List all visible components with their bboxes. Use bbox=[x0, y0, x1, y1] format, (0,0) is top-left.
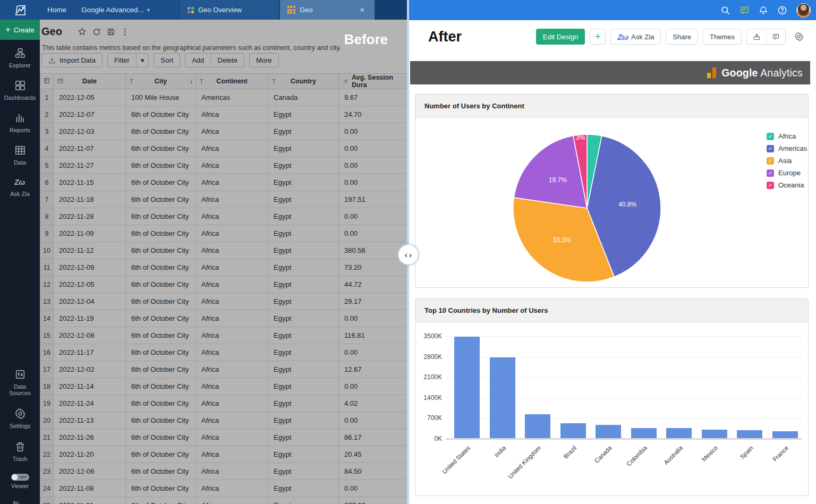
sidebar-item-data[interactable]: Data bbox=[0, 144, 40, 166]
legend-label: Africa bbox=[778, 132, 796, 140]
comments-icon[interactable] bbox=[766, 29, 785, 44]
dashboard-actions: Edit Design + Zω Ask Zia Share Themes bbox=[536, 29, 816, 45]
tab-geo-overview[interactable]: Geo Overview bbox=[180, 0, 279, 20]
nav-home-label: Home bbox=[47, 6, 66, 14]
zia-icon: Zω bbox=[617, 32, 628, 41]
bar-slot: Colombia bbox=[626, 336, 662, 438]
sidebar-item-label: Data Sources bbox=[4, 383, 37, 396]
create-button[interactable]: + Create bbox=[0, 20, 40, 40]
bar-slot: France bbox=[768, 336, 803, 438]
x-axis-category-label: France bbox=[771, 445, 789, 463]
bar-spain[interactable] bbox=[737, 430, 762, 438]
sidebar-item-label: Dashboards bbox=[4, 95, 36, 101]
data-sources-icon bbox=[14, 369, 26, 381]
nav-home[interactable]: Home bbox=[40, 0, 74, 20]
legend-item-oceania[interactable]: ✓Oceania bbox=[767, 179, 807, 191]
sidebar-item-label: Settings bbox=[10, 423, 31, 429]
brand-secondary: Analytics bbox=[760, 67, 803, 79]
chevron-right-icon: › bbox=[409, 250, 412, 259]
left-sidebar: + Create ExplorerDashboardsReportsDataZω… bbox=[0, 20, 40, 504]
ask-zia-button[interactable]: Zω Ask Zia bbox=[610, 29, 661, 45]
legend-checkbox-icon[interactable]: ✓ bbox=[767, 169, 774, 177]
pie-legend: ✓Africa✓Americas✓Asia✓Europe✓Oceania bbox=[767, 130, 807, 191]
ask-zia-label: Ask Zia bbox=[631, 33, 654, 41]
chevron-down-icon: ▾ bbox=[147, 7, 150, 13]
bar-chart-body: 3500K2800K2100K1400K700K0KUnited StatesI… bbox=[415, 322, 808, 496]
close-tab-icon[interactable]: ✕ bbox=[358, 5, 367, 15]
bar-brazil[interactable] bbox=[560, 423, 586, 439]
sidebar-item-label: Explorer bbox=[9, 62, 31, 69]
after-label: After bbox=[428, 29, 462, 45]
user-avatar[interactable] bbox=[796, 3, 811, 18]
bar-australia[interactable] bbox=[666, 428, 692, 438]
settings-icon bbox=[14, 408, 26, 421]
legend-checkbox-icon[interactable]: ✓ bbox=[767, 182, 774, 189]
workspace-dropdown[interactable]: Google Advanced... ▾ bbox=[74, 0, 157, 20]
bar-canada[interactable] bbox=[596, 425, 621, 438]
legend-item-africa[interactable]: ✓Africa bbox=[767, 130, 807, 142]
viewer-toggle[interactable]: OFF bbox=[11, 474, 29, 481]
x-axis-category-label: Australia bbox=[662, 445, 684, 466]
export-icon[interactable] bbox=[747, 29, 766, 44]
edit-design-label: Edit Design bbox=[543, 33, 578, 41]
chevron-left-icon: ‹ bbox=[405, 250, 407, 259]
legend-item-americas[interactable]: ✓Americas bbox=[767, 142, 807, 155]
themes-label: Themes bbox=[710, 33, 735, 41]
bar-colombia[interactable] bbox=[631, 428, 657, 438]
right-topbar bbox=[409, 0, 816, 20]
share-button[interactable]: Share bbox=[666, 29, 698, 45]
legend-item-europe[interactable]: ✓Europe bbox=[767, 167, 807, 179]
right-pane-after: After Edit Design + Zω Ask Zia Share The… bbox=[409, 0, 816, 504]
legend-item-asia[interactable]: ✓Asia bbox=[767, 155, 807, 167]
sidebar-item-explorer[interactable]: Explorer bbox=[0, 47, 40, 69]
pie-chart-card: Number of Users by Continent 40.8%33.3%1… bbox=[415, 94, 809, 288]
add-widget-button[interactable]: + bbox=[590, 29, 606, 45]
sidebar-item-viewer[interactable]: OFFViewer bbox=[0, 474, 40, 489]
bar-chart-title: Top 10 Countries by Number of Users bbox=[415, 299, 808, 322]
create-label: Create bbox=[14, 26, 35, 34]
divider-drag-handle[interactable]: ‹ › bbox=[398, 245, 418, 264]
svg-text:Zω: Zω bbox=[14, 178, 26, 186]
bar-mexico[interactable] bbox=[702, 430, 727, 439]
help-icon[interactable] bbox=[777, 5, 787, 15]
zoho-analytics-logo[interactable] bbox=[0, 0, 40, 20]
themes-button[interactable]: Themes bbox=[703, 29, 742, 45]
y-axis-tick-label: 1400K bbox=[419, 394, 442, 402]
workspace-label: Google Advanced... bbox=[81, 6, 144, 14]
legend-checkbox-icon[interactable]: ✓ bbox=[767, 145, 774, 152]
sidebar-item-label: Trash bbox=[13, 456, 28, 462]
pie-slice-label: 33.3% bbox=[553, 236, 571, 244]
x-axis-category-label: United States bbox=[441, 445, 471, 475]
edit-design-button[interactable]: Edit Design bbox=[536, 29, 585, 45]
sidebar-item-data-sources[interactable]: Data Sources bbox=[0, 369, 40, 396]
collapse-sidebar-icon[interactable]: ⇐ bbox=[13, 498, 20, 504]
sidebar-item-trash[interactable]: Trash bbox=[0, 441, 40, 462]
legend-checkbox-icon[interactable]: ✓ bbox=[767, 133, 774, 140]
bar-united-kingdom[interactable] bbox=[525, 414, 550, 439]
zia-icon: Zω bbox=[13, 177, 27, 189]
bar-slot: Spain bbox=[732, 336, 768, 438]
tab-geo-active[interactable]: Geo ✕ bbox=[279, 0, 375, 20]
toggle-state-label: OFF bbox=[20, 474, 27, 481]
sidebar-item-settings[interactable]: Settings bbox=[0, 408, 40, 429]
settings-gear-icon[interactable] bbox=[790, 29, 808, 45]
bar-united-states[interactable] bbox=[454, 337, 480, 439]
sidebar-item-reports[interactable]: Reports bbox=[0, 112, 40, 133]
bar-india[interactable] bbox=[490, 357, 515, 438]
feedback-chat-icon[interactable] bbox=[740, 5, 750, 15]
x-axis-category-label: United Kingdom bbox=[507, 445, 542, 480]
legend-checkbox-icon[interactable]: ✓ bbox=[767, 157, 774, 165]
search-icon[interactable] bbox=[720, 5, 730, 15]
bar-slot: United States bbox=[449, 336, 485, 438]
notifications-bell-icon[interactable] bbox=[759, 5, 768, 15]
sidebar-item-dashboards[interactable]: Dashboards bbox=[0, 80, 40, 101]
before-dim-overlay bbox=[40, 20, 407, 504]
bar-france[interactable] bbox=[772, 431, 798, 438]
pie-chart-title: Number of Users by Continent bbox=[415, 95, 808, 118]
sidebar-item-label: Data bbox=[14, 159, 26, 166]
legend-label: Asia bbox=[778, 157, 792, 165]
left-topbar: Home Google Advanced... ▾ Geo Overview G… bbox=[0, 0, 407, 20]
bar-slot: United Kingdom bbox=[520, 336, 556, 438]
sidebar-item-ask-zia[interactable]: ZωAsk Zia bbox=[0, 177, 40, 197]
table-icon bbox=[287, 6, 295, 14]
